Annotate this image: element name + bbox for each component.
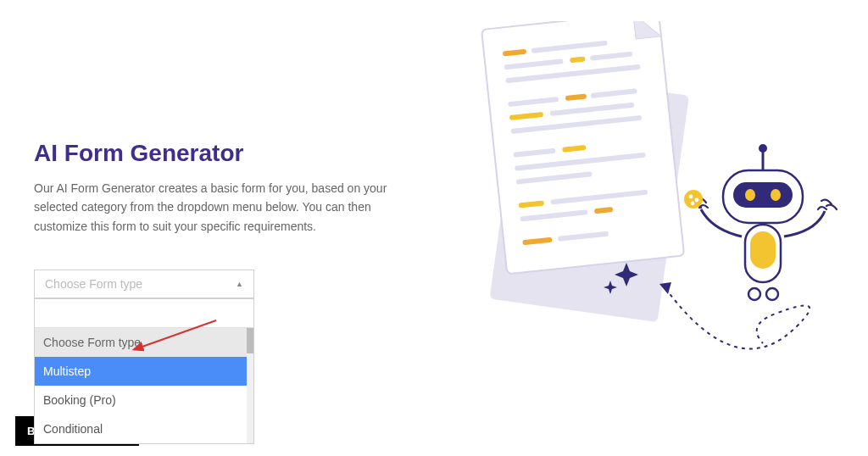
form-type-dropdown-placeholder: Choose Form type bbox=[45, 277, 142, 291]
page-description: Our AI Form Generator creates a basic fo… bbox=[34, 179, 398, 236]
form-type-option-placeholder[interactable]: Choose Form type bbox=[35, 328, 253, 357]
form-type-option-list: Choose Form type Multistep Booking (Pro)… bbox=[35, 328, 253, 443]
svg-point-27 bbox=[759, 144, 767, 153]
svg-point-31 bbox=[771, 189, 781, 201]
chevron-up-icon: ▲ bbox=[236, 280, 243, 288]
svg-point-35 bbox=[766, 288, 778, 300]
form-type-search-input[interactable] bbox=[35, 299, 253, 328]
page-title: AI Form Generator bbox=[34, 140, 415, 167]
svg-rect-29 bbox=[733, 182, 793, 208]
svg-point-30 bbox=[745, 189, 755, 201]
form-type-dropdown[interactable]: Choose Form type ▲ Choose Form type Mult… bbox=[34, 270, 254, 298]
form-type-option-conditional[interactable]: Conditional bbox=[35, 414, 253, 443]
form-generator-left-panel: AI Form Generator Our AI Form Generator … bbox=[0, 0, 415, 456]
svg-point-37 bbox=[689, 195, 693, 199]
dropdown-scrollbar-thumb[interactable] bbox=[247, 328, 253, 353]
svg-point-34 bbox=[748, 288, 760, 300]
svg-point-36 bbox=[684, 190, 703, 209]
dropdown-scrollbar-track bbox=[247, 328, 253, 443]
form-type-dropdown-trigger[interactable]: Choose Form type ▲ bbox=[34, 270, 254, 298]
form-type-option-booking[interactable]: Booking (Pro) bbox=[35, 386, 253, 414]
hero-illustration bbox=[441, 21, 865, 394]
svg-rect-33 bbox=[750, 231, 776, 269]
form-type-dropdown-panel: Choose Form type Multistep Booking (Pro)… bbox=[34, 298, 254, 444]
svg-point-39 bbox=[691, 202, 695, 206]
form-type-option-multistep[interactable]: Multistep bbox=[35, 357, 253, 386]
svg-point-38 bbox=[695, 198, 699, 203]
